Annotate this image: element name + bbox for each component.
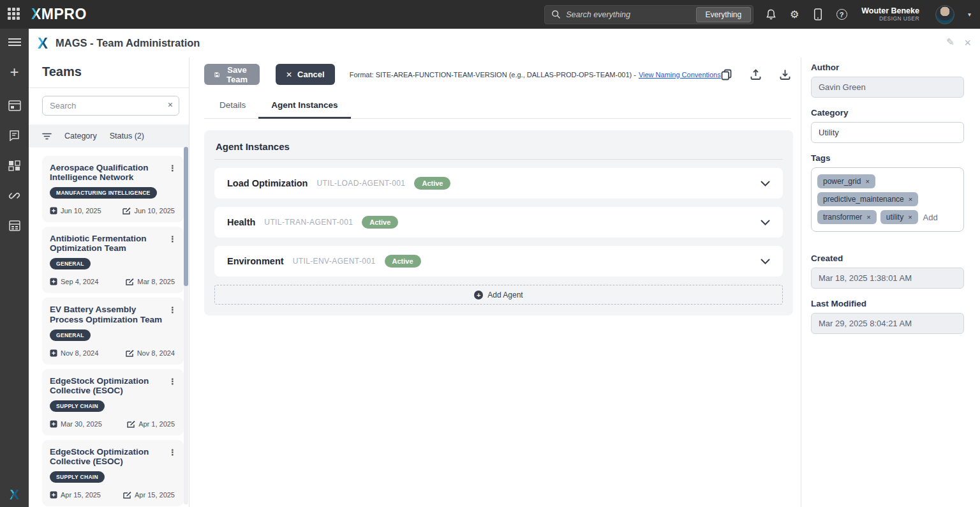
- team-modified: Apr 1, 2025: [138, 420, 175, 428]
- created-date-icon: [50, 491, 57, 499]
- card-menu-icon[interactable]: ⋮: [168, 377, 177, 386]
- created-date-icon: [50, 349, 57, 357]
- remove-tag-icon[interactable]: ×: [866, 213, 870, 221]
- search-scope-button[interactable]: Everything: [696, 7, 752, 22]
- add-new-icon[interactable]: +: [0, 61, 29, 83]
- window-header: X MAGS - Team Administration ✎ ×: [29, 29, 980, 57]
- agent-row[interactable]: Load Optimization UTIL-LOAD-AGENT-001 Ac…: [214, 168, 783, 199]
- help-icon[interactable]: ?: [835, 8, 848, 21]
- tab-agent-instances[interactable]: Agent Instances: [258, 94, 350, 119]
- tag-text: transformer: [823, 213, 862, 222]
- agent-id: UTIL-LOAD-AGENT-001: [316, 179, 405, 188]
- left-rail: + X: [0, 29, 29, 507]
- user-caret-down-icon[interactable]: ▾: [968, 11, 971, 18]
- notifications-bell-icon[interactable]: [764, 8, 777, 21]
- teams-panel-title: Teams: [29, 57, 189, 87]
- team-modified: Mar 8, 2025: [137, 278, 175, 285]
- cancel-button[interactable]: ✕ Cancel: [276, 64, 335, 85]
- user-avatar[interactable]: [935, 5, 954, 24]
- save-team-label: Save Team: [225, 65, 249, 84]
- created-field[interactable]: [811, 268, 964, 289]
- save-team-button[interactable]: Save Team: [204, 64, 260, 85]
- download-icon[interactable]: [780, 69, 791, 80]
- forms-clipboard-icon[interactable]: [0, 125, 29, 146]
- teams-filter-bar: Category Status (2): [29, 125, 189, 148]
- global-search[interactable]: Everything: [544, 5, 754, 24]
- app-window-icon[interactable]: [0, 95, 29, 116]
- last-modified-field[interactable]: [811, 313, 964, 334]
- teams-panel: Teams × Category Status (2) Aerospace Qu…: [29, 57, 189, 507]
- topbar: XMPRO Everything ⚙ ? Wouter Beneke DESIG…: [0, 0, 980, 29]
- team-card[interactable]: Antibiotic Fermentation Optimization Tea…: [42, 227, 184, 293]
- app-grid-icon[interactable]: [8, 8, 22, 22]
- team-name: EdgeStock Optimization Collective (ESOC): [50, 447, 176, 466]
- team-card[interactable]: EV Battery Assembly Process Optimization…: [42, 298, 184, 364]
- close-icon[interactable]: ×: [964, 36, 971, 50]
- card-menu-icon[interactable]: ⋮: [168, 448, 177, 457]
- tag-text: predictive_maintenance: [823, 195, 904, 204]
- upload-icon[interactable]: [750, 69, 761, 80]
- page-title: MAGS - Team Administration: [56, 37, 200, 49]
- teams-scrollbar-thumb[interactable]: [184, 147, 188, 286]
- edit-pencil-icon[interactable]: ✎: [946, 36, 954, 48]
- team-name: Aerospace Qualification Intelligence Net…: [50, 163, 176, 182]
- blocks-widgets-icon[interactable]: [0, 155, 29, 176]
- team-name: EV Battery Assembly Process Optimization…: [50, 305, 176, 324]
- agent-row[interactable]: Health UTIL-TRAN-AGENT-001 Active: [214, 207, 783, 238]
- team-category-badge: SUPPLY CHAIN: [50, 400, 105, 412]
- team-card[interactable]: EdgeStock Optimization Collective (ESOC)…: [42, 440, 184, 506]
- chevron-down-icon[interactable]: [761, 220, 770, 225]
- remove-tag-icon[interactable]: ×: [908, 213, 912, 221]
- hamburger-menu-icon[interactable]: [0, 31, 29, 53]
- xmpro-logo-x: X: [31, 6, 41, 22]
- chevron-down-icon[interactable]: [761, 259, 770, 264]
- tab-bar: Details Agent Instances: [204, 94, 791, 119]
- team-dates: Apr 15, 2025 Apr 15, 2025: [50, 491, 176, 499]
- window-actions: ✎ ×: [946, 36, 971, 50]
- calculator-icon[interactable]: [0, 215, 29, 236]
- clear-search-icon[interactable]: ×: [168, 100, 173, 110]
- mobile-device-icon[interactable]: [812, 8, 824, 21]
- team-card[interactable]: EdgeStock Optimization Collective (ESOC)…: [42, 369, 184, 435]
- card-menu-icon[interactable]: ⋮: [168, 234, 177, 244]
- topbar-right: Everything ⚙ ? Wouter Beneke DESIGN USER…: [544, 5, 980, 24]
- user-menu[interactable]: Wouter Beneke DESIGN USER: [861, 6, 919, 22]
- link-connections-icon[interactable]: [0, 185, 29, 206]
- remove-tag-icon[interactable]: ×: [865, 178, 869, 185]
- team-modified: Apr 15, 2025: [135, 491, 175, 499]
- card-menu-icon[interactable]: ⋮: [168, 305, 177, 315]
- team-created: Nov 8, 2024: [61, 349, 98, 357]
- team-dates: Jun 10, 2025 Jun 10, 2025: [50, 207, 176, 215]
- filter-status[interactable]: Status (2): [110, 132, 144, 140]
- teams-scrollbar[interactable]: [184, 147, 188, 504]
- team-name: Antibiotic Fermentation Optimization Tea…: [50, 234, 176, 253]
- chevron-down-icon[interactable]: [761, 181, 770, 186]
- xmpro-logo[interactable]: XMPRO: [31, 6, 87, 23]
- team-dates: Nov 8, 2024 Nov 8, 2024: [50, 349, 176, 357]
- global-search-input[interactable]: [561, 10, 695, 19]
- team-dates: Mar 30, 2025 Apr 1, 2025: [50, 420, 176, 428]
- copy-icon[interactable]: [721, 69, 732, 80]
- view-naming-conventions-link[interactable]: View Naming Conventions: [639, 71, 721, 79]
- teams-list: Aerospace Qualification Intelligence Net…: [29, 151, 189, 507]
- filter-icon[interactable]: [42, 133, 52, 140]
- tab-details[interactable]: Details: [207, 94, 258, 118]
- user-role: DESIGN USER: [861, 16, 919, 22]
- settings-gear-icon[interactable]: ⚙: [788, 8, 801, 21]
- add-agent-button[interactable]: + Add Agent: [214, 285, 783, 305]
- agent-row[interactable]: Environment UTIL-ENV-AGENT-001 Active: [214, 246, 783, 276]
- toolbar: Save Team ✕ Cancel Format: SITE-AREA-FUN…: [204, 64, 791, 85]
- team-category-badge: GENERAL: [50, 329, 91, 341]
- author-field[interactable]: [811, 77, 964, 98]
- side-panel: Author Category Tags power_grid× predict…: [801, 57, 980, 507]
- category-field[interactable]: [811, 122, 964, 143]
- add-tag-button[interactable]: Add: [922, 210, 939, 225]
- card-menu-icon[interactable]: ⋮: [168, 163, 177, 173]
- team-card[interactable]: Aerospace Qualification Intelligence Net…: [42, 156, 184, 222]
- tags-box[interactable]: power_grid× predictive_maintenance× tran…: [811, 167, 964, 232]
- filter-category[interactable]: Category: [64, 132, 97, 140]
- remove-tag-icon[interactable]: ×: [909, 195, 912, 203]
- team-category-badge: MANUFACTURING INTELLIGENCE: [50, 187, 157, 199]
- teams-search-input[interactable]: [42, 96, 179, 116]
- save-icon: [214, 70, 219, 79]
